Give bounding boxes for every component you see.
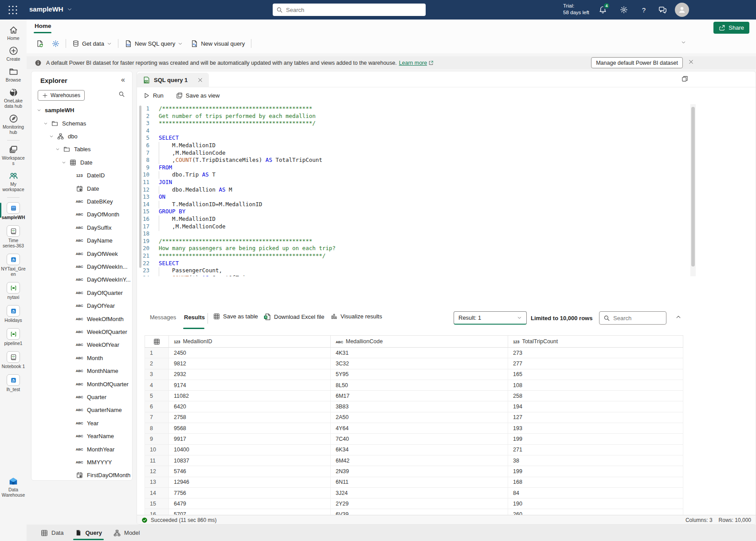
chevron-expanded-icon[interactable]: [49, 134, 54, 139]
sidebar-item-notebook-1[interactable]: </>Notebook 1: [0, 349, 27, 372]
tree-item-year[interactable]: ABCYear: [31, 417, 133, 430]
tree-item-date[interactable]: Date: [31, 156, 133, 169]
tree-item-monthyear[interactable]: ABCMonthYear: [31, 443, 133, 455]
tree-item-dayofweekiny-[interactable]: ABCDayOfWeekInY...: [31, 273, 133, 286]
tree-item-firstdayofmonth[interactable]: FirstDayOfMonth: [31, 469, 133, 481]
table-row[interactable]: 895684Y64193: [145, 423, 683, 434]
view-tab-model[interactable]: Model: [112, 525, 141, 541]
table-row[interactable]: 1657076V39260: [145, 509, 683, 515]
table-row[interactable]: 298123C32277: [145, 358, 683, 369]
close-tab-icon[interactable]: [197, 77, 203, 83]
tree-item-dayofyear[interactable]: ABCDayOfYear: [31, 299, 133, 312]
refresh-query-button[interactable]: [35, 38, 46, 49]
new-sql-query-button[interactable]: SQL New SQL query: [123, 38, 184, 49]
sidebar-item-nytaxi[interactable]: nytaxi: [0, 280, 27, 303]
settings-button[interactable]: [50, 38, 61, 49]
new-visual-query-button[interactable]: New visual query: [189, 38, 247, 49]
tree-item-yearname[interactable]: ABCYearName: [31, 430, 133, 443]
visualize-results-button[interactable]: Visualize results: [331, 313, 382, 320]
help-icon[interactable]: ?: [639, 5, 649, 15]
chevron-expanded-icon[interactable]: [55, 147, 60, 152]
tree-item-weekofyear[interactable]: ABCWeekOfYear: [31, 338, 133, 351]
collapse-results-chevron-icon[interactable]: [675, 314, 682, 320]
chevron-expanded-icon[interactable]: [37, 108, 41, 113]
run-button[interactable]: Run: [143, 92, 164, 99]
sidebar-item-create[interactable]: Create: [0, 44, 27, 65]
add-warehouses-button[interactable]: Warehouses: [38, 90, 85, 101]
table-row[interactable]: 999177C40199: [145, 434, 683, 444]
table-row[interactable]: 1257462N39199: [145, 466, 683, 477]
table-row[interactable]: 1564792Y29190: [145, 498, 683, 509]
editor-scrollbar-thumb[interactable]: [691, 107, 695, 267]
copy-icon[interactable]: [682, 75, 688, 82]
table-row[interactable]: 1477563J2484: [145, 488, 683, 498]
query-tab[interactable]: SQL SQL query 1: [137, 73, 209, 87]
view-tab-data[interactable]: Data: [39, 525, 65, 541]
table-row[interactable]: 664203B83194: [145, 401, 683, 412]
table-row[interactable]: 11108376M4238: [145, 455, 683, 466]
explorer-collapse-icon[interactable]: «: [121, 76, 125, 84]
column-header-medallionid[interactable]: 123MedallionID: [169, 336, 331, 347]
tree-item-datebkey[interactable]: ABCDateBKey: [31, 195, 133, 208]
select-all-grid-icon[interactable]: [145, 336, 169, 347]
tab-results[interactable]: Results: [184, 314, 205, 321]
workspace-title[interactable]: sampleWH: [29, 5, 72, 13]
tree-item-mmyyyy[interactable]: ABCMMYYYY: [31, 456, 133, 469]
column-header-medallioncode[interactable]: ABCMedallionCode: [331, 336, 508, 347]
sidebar-item-onelake-data-hub[interactable]: OneLake data hub: [0, 86, 27, 112]
banner-close-icon[interactable]: [688, 59, 694, 65]
sql-code-editor[interactable]: 1/**************************************…: [137, 105, 691, 276]
tab-home[interactable]: Home: [35, 23, 51, 29]
tree-item-weekofmonth[interactable]: ABCWeekOfMonth: [31, 312, 133, 325]
explorer-search-icon[interactable]: [118, 91, 125, 98]
global-search-input[interactable]: [286, 7, 422, 13]
avatar[interactable]: [675, 3, 689, 17]
get-data-button[interactable]: Get data: [71, 38, 114, 49]
app-launcher-icon[interactable]: [8, 6, 18, 14]
global-search[interactable]: [273, 4, 426, 16]
results-search-input[interactable]: [613, 315, 662, 321]
tree-item-quartername[interactable]: ABCQuarterName: [31, 404, 133, 416]
save-as-view-button[interactable]: Save as view: [176, 92, 220, 99]
sidebar-item-nytaxi-green[interactable]: NYTaxi_Green: [0, 251, 27, 280]
settings-gear-icon[interactable]: [619, 5, 629, 15]
tree-item-dayname[interactable]: ABCDayName: [31, 234, 133, 247]
tree-item-dbo[interactable]: dbo: [31, 130, 133, 143]
sidebar-item-samplewh[interactable]: sampleWH: [0, 200, 27, 223]
sidebar-item-workspaces[interactable]: Workspaces: [0, 143, 27, 169]
table-row[interactable]: 10104006K34271: [145, 445, 683, 455]
tab-messages[interactable]: Messages: [150, 314, 176, 321]
chevron-expanded-icon[interactable]: [62, 160, 66, 165]
feedback-icon[interactable]: [658, 5, 667, 15]
download-excel-button[interactable]: X Download Excel file: [263, 313, 324, 321]
tree-item-dayofmonth[interactable]: ABCDayOfMonth: [31, 208, 133, 221]
sidebar-item-browse[interactable]: Browse: [0, 65, 27, 86]
table-row[interactable]: 491748L50108: [145, 380, 683, 391]
sidebar-item-lh-test[interactable]: lh_test: [0, 372, 27, 395]
table-row[interactable]: 124504K31273: [145, 348, 683, 358]
sidebar-item-pipeline1[interactable]: pipeline1: [0, 326, 27, 349]
tree-item-dayofweek[interactable]: ABCDayOfWeek: [31, 247, 133, 260]
sidebar-item-my-workspace[interactable]: My workspace: [0, 169, 27, 195]
view-tab-query[interactable]: Query: [73, 525, 104, 541]
tree-item-monthname[interactable]: ABCMonthName: [31, 365, 133, 377]
sidebar-item-monitoring-hub[interactable]: Monitoring hub: [0, 112, 27, 138]
manage-dataset-button[interactable]: Manage default Power BI dataset: [591, 57, 683, 68]
sidebar-item-home[interactable]: Home: [0, 23, 27, 44]
tree-item-dateid[interactable]: 123DateID: [31, 169, 133, 182]
share-button[interactable]: Share: [713, 22, 749, 34]
tree-item-dayofweekin-[interactable]: ABCDayOfWeekIn...: [31, 260, 133, 273]
tree-item-monthofquarter[interactable]: ABCMonthOfQuarter: [31, 377, 133, 390]
save-as-table-button[interactable]: Save as table: [213, 313, 258, 320]
column-header-totaltripcount[interactable]: 123TotalTripCount: [508, 336, 683, 347]
table-row[interactable]: 727582A50127: [145, 412, 683, 423]
table-row[interactable]: 5110826M17258: [145, 391, 683, 401]
tree-item-schemas[interactable]: Schemas: [31, 117, 133, 129]
tree-item-quarter[interactable]: ABCQuarter: [31, 391, 133, 404]
results-search[interactable]: [599, 311, 666, 325]
chevron-expanded-icon[interactable]: [43, 121, 48, 126]
tree-item-month[interactable]: ABCMonth: [31, 352, 133, 365]
sidebar-item-holidays[interactable]: Holidays: [0, 303, 27, 326]
table-row[interactable]: 329325Y95165: [145, 369, 683, 380]
tree-item-weekofquarter[interactable]: ABCWeekOfQuarter: [31, 325, 133, 338]
